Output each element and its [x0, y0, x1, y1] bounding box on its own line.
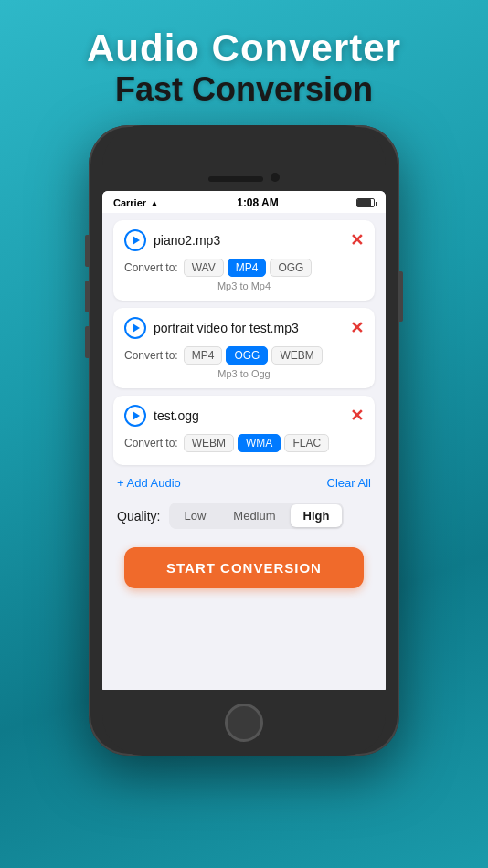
- quality-section: Quality: Low Medium High: [113, 499, 375, 533]
- battery-icon: [356, 198, 375, 207]
- home-button[interactable]: [225, 704, 263, 742]
- play-button-1[interactable]: [124, 229, 146, 251]
- play-button-3[interactable]: [124, 405, 146, 427]
- play-icon-2: [133, 323, 140, 333]
- convert-label-3: Convert to:: [124, 437, 178, 450]
- play-icon-1: [133, 236, 140, 245]
- file-card-3: test.ogg ✕ Convert to: WEBM WMA FLAC: [113, 396, 375, 465]
- format-ogg-1[interactable]: OGG: [270, 259, 312, 277]
- file-name-3: test.ogg: [154, 408, 199, 423]
- phone-top: [102, 125, 386, 191]
- format-mp4-2[interactable]: MP4: [184, 346, 223, 365]
- phone-camera: [271, 173, 280, 182]
- format-ogg-2[interactable]: OGG: [226, 346, 268, 365]
- wifi-icon: ▲: [150, 198, 159, 208]
- time-display: 1:08 AM: [237, 196, 279, 209]
- quality-medium[interactable]: Medium: [220, 504, 288, 527]
- start-conversion-button[interactable]: START CONVERSION: [124, 547, 364, 588]
- app-title: Audio Converter: [87, 27, 401, 69]
- bottom-actions: + Add Audio Clear All: [113, 472, 375, 492]
- phone-bottom: [102, 690, 386, 756]
- close-button-1[interactable]: ✕: [350, 232, 364, 249]
- add-audio-button[interactable]: + Add Audio: [117, 476, 181, 490]
- quality-high[interactable]: High: [291, 504, 343, 527]
- format-wma-3[interactable]: WMA: [238, 434, 281, 452]
- file-name-1: piano2.mp3: [154, 233, 220, 248]
- close-button-3[interactable]: ✕: [350, 408, 364, 424]
- start-btn-container: START CONVERSION: [113, 540, 375, 599]
- file-card-2: portrait video for test.mp3 ✕ Convert to…: [113, 308, 375, 388]
- quality-buttons: Low Medium High: [169, 503, 344, 529]
- phone-speaker: [208, 176, 263, 182]
- format-webm-3[interactable]: WEBM: [184, 434, 234, 452]
- close-button-2[interactable]: ✕: [350, 320, 364, 336]
- convert-label-1: Convert to:: [124, 261, 178, 274]
- status-bar: Carrier ▲ 1:08 AM: [102, 191, 386, 213]
- quality-label: Quality:: [117, 509, 160, 524]
- file-card-1: piano2.mp3 ✕ Convert to: WAV MP4 OGG Mp3…: [113, 220, 375, 301]
- carrier-label: Carrier: [113, 197, 146, 208]
- header-text: Audio Converter Fast Conversion: [87, 0, 401, 109]
- screen-content: piano2.mp3 ✕ Convert to: WAV MP4 OGG Mp3…: [102, 213, 386, 693]
- format-webm-2[interactable]: WEBM: [271, 346, 322, 365]
- clear-all-button[interactable]: Clear All: [327, 476, 371, 490]
- convert-label-2: Convert to:: [124, 349, 178, 362]
- conversion-label-2: Mp3 to Ogg: [124, 368, 364, 379]
- conversion-label-1: Mp3 to Mp4: [124, 281, 364, 291]
- app-subtitle: Fast Conversion: [87, 69, 401, 109]
- play-button-2[interactable]: [124, 317, 146, 339]
- format-flac-3[interactable]: FLAC: [284, 434, 329, 452]
- play-icon-3: [133, 411, 140, 420]
- file-name-2: portrait video for test.mp3: [154, 321, 299, 335]
- format-wav-1[interactable]: WAV: [184, 259, 224, 277]
- phone-screen: Carrier ▲ 1:08 AM piano2.mp3: [102, 191, 386, 693]
- format-mp4-1[interactable]: MP4: [228, 259, 267, 277]
- phone-shell: Carrier ▲ 1:08 AM piano2.mp3: [89, 125, 399, 756]
- quality-low[interactable]: Low: [171, 504, 218, 527]
